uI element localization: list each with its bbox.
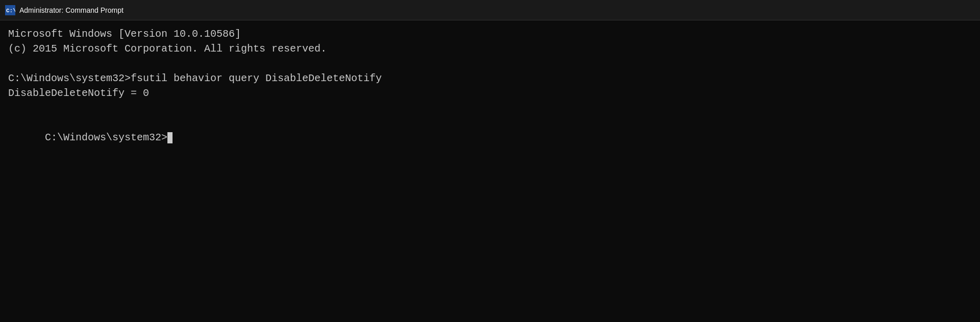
terminal-line-3: C:\Windows\system32>fsutil behavior quer… <box>8 71 972 86</box>
terminal-prompt: C:\Windows\system32> <box>45 132 167 143</box>
terminal-line-2: (c) 2015 Microsoft Corporation. All righ… <box>8 41 972 56</box>
terminal-empty-1 <box>8 56 972 71</box>
window-title: Administrator: Command Prompt <box>19 6 124 14</box>
svg-text:C:\: C:\ <box>6 8 15 14</box>
title-bar: C:\ Administrator: Command Prompt <box>0 0 980 20</box>
terminal-prompt-line: C:\Windows\system32> <box>8 115 972 160</box>
terminal-body[interactable]: Microsoft Windows [Version 10.0.10586] (… <box>0 20 980 322</box>
cursor <box>167 132 173 143</box>
cmd-icon: C:\ <box>5 5 15 15</box>
window: C:\ Administrator: Command Prompt Micros… <box>0 0 980 322</box>
terminal-empty-2 <box>8 101 972 115</box>
terminal-line-4: DisableDeleteNotify = 0 <box>8 86 972 101</box>
terminal-line-1: Microsoft Windows [Version 10.0.10586] <box>8 27 972 41</box>
